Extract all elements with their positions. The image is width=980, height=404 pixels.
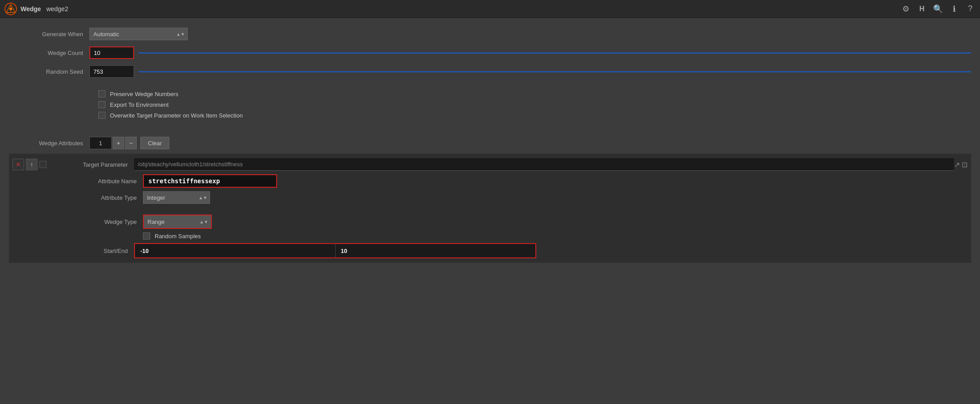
attribute-block: ✕ ↑ Target Parameter ↗ ⊡ Attribute Name … <box>9 154 971 263</box>
h-icon[interactable]: H <box>917 4 927 14</box>
wedge-attributes-row: Wedge Attributes + − Clear <box>9 137 971 149</box>
generate-when-row: Generate When Automatic Manual ▲▼ <box>9 27 971 41</box>
random-seed-label: Random Seed <box>9 68 89 75</box>
title-bar-actions: ⚙ H 🔍 ℹ ? <box>900 4 976 14</box>
random-seed-input[interactable] <box>89 65 134 78</box>
wedge-count-slider[interactable] <box>139 50 971 55</box>
end-value-input[interactable] <box>336 244 536 257</box>
wedge-attributes-count-input[interactable] <box>89 137 112 149</box>
app-name: Wedge <box>21 5 41 13</box>
wedge-count-label: Wedge Count <box>9 50 89 56</box>
generate-when-select[interactable]: Automatic Manual <box>89 28 188 40</box>
target-param-link-icon[interactable]: ↗ <box>954 160 960 169</box>
attribute-type-dropdown-wrapper: Integer Float String ▲▼ <box>143 191 210 204</box>
export-environment-checkbox[interactable] <box>98 101 105 108</box>
wedge-attributes-remove-button[interactable]: − <box>125 137 137 149</box>
target-parameter-row: ✕ ↑ Target Parameter ↗ ⊡ <box>9 158 971 171</box>
attribute-color-swatch <box>39 161 46 168</box>
remove-attribute-button[interactable]: ✕ <box>13 159 24 170</box>
random-samples-row: Random Samples <box>9 232 971 240</box>
wedge-count-input[interactable] <box>89 46 134 59</box>
wedge-count-row: Wedge Count <box>9 46 971 60</box>
attribute-type-select[interactable]: Integer Float String <box>143 191 210 204</box>
wedge-type-wrapper: Range Values ▲▼ <box>143 215 212 229</box>
start-end-inputs <box>134 243 536 258</box>
attribute-name-label: Attribute Name <box>63 178 143 185</box>
gear-icon[interactable]: ⚙ <box>900 4 911 14</box>
wedge-count-slider-track <box>139 52 971 54</box>
preserve-wedge-numbers-row: Preserve Wedge Numbers <box>98 90 971 97</box>
info-icon[interactable]: ℹ <box>949 4 959 14</box>
attribute-name-row: Attribute Name <box>9 174 971 188</box>
export-environment-row: Export To Environment <box>98 101 971 108</box>
search-icon[interactable]: 🔍 <box>933 4 943 14</box>
attribute-name-input[interactable] <box>143 174 277 188</box>
overwrite-target-checkbox[interactable] <box>98 112 105 119</box>
attribute-type-label: Attribute Type <box>63 194 143 201</box>
generate-when-label: Generate When <box>9 31 89 38</box>
random-samples-checkbox[interactable] <box>143 232 150 240</box>
overwrite-target-row: Overwrite Target Parameter on Work Item … <box>98 112 971 119</box>
node-name: wedge2 <box>46 5 900 13</box>
preserve-wedge-numbers-label: Preserve Wedge Numbers <box>110 91 178 97</box>
generate-when-dropdown-wrapper: Automatic Manual ▲▼ <box>89 28 188 40</box>
wedge-type-label: Wedge Type <box>63 219 143 225</box>
preserve-wedge-numbers-checkbox[interactable] <box>98 90 105 97</box>
target-param-icons: ↗ ⊡ <box>954 160 971 169</box>
target-parameter-label: Target Parameter <box>63 161 134 168</box>
target-param-pick-icon[interactable]: ⊡ <box>962 160 967 169</box>
main-content: Generate When Automatic Manual ▲▼ Wedge … <box>0 18 980 404</box>
wedge-type-dropdown-wrapper: Range Values ▲▼ <box>144 215 211 228</box>
wedge-attributes-add-button[interactable]: + <box>113 137 124 149</box>
row-controls: ✕ ↑ <box>9 159 63 170</box>
random-seed-slider-track <box>139 71 971 72</box>
target-parameter-input[interactable] <box>134 158 954 171</box>
export-environment-label: Export To Environment <box>110 101 168 108</box>
app-logo-icon <box>4 3 17 15</box>
wedge-attributes-clear-button[interactable]: Clear <box>140 137 169 149</box>
move-up-button[interactable]: ↑ <box>26 159 38 170</box>
overwrite-target-label: Overwrite Target Parameter on Work Item … <box>110 112 243 119</box>
title-bar: Wedge wedge2 ⚙ H 🔍 ℹ ? <box>0 0 980 18</box>
wedge-type-select[interactable]: Range Values <box>144 215 211 228</box>
random-samples-label: Random Samples <box>155 233 201 240</box>
wedge-type-row: Wedge Type Range Values ▲▼ <box>9 215 971 229</box>
start-end-label: Start/End <box>63 248 134 254</box>
wedge-attributes-label: Wedge Attributes <box>9 140 89 147</box>
random-seed-slider[interactable] <box>139 69 971 74</box>
start-value-input[interactable] <box>135 244 335 257</box>
start-end-row: Start/End <box>9 243 971 258</box>
help-icon[interactable]: ? <box>965 4 976 14</box>
random-seed-row: Random Seed <box>9 64 971 79</box>
attribute-type-row: Attribute Type Integer Float String ▲▼ <box>9 191 971 204</box>
